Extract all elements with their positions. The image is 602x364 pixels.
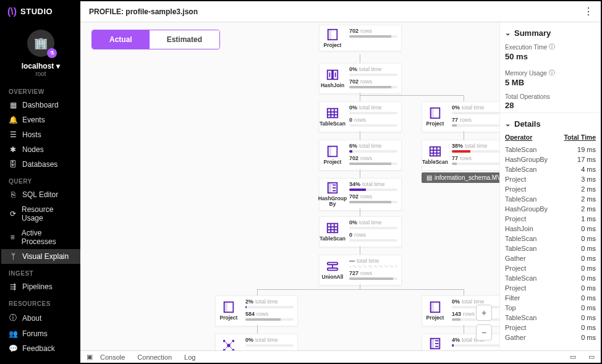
tab-estimated[interactable]: Estimated bbox=[150, 30, 219, 49]
sidebar-item-pipelines[interactable]: ⇶Pipelines bbox=[1, 279, 80, 294]
building-icon: 🏢 bbox=[34, 36, 48, 50]
more-menu-button[interactable]: ⋮ bbox=[583, 6, 593, 17]
plan-node-hashjoin[interactable]: HashJoin 0% total time 702 rows bbox=[319, 63, 402, 94]
details-row[interactable]: Top0 ms bbox=[505, 303, 596, 313]
status-icon-2[interactable]: ▭ bbox=[588, 353, 595, 361]
bottom-tab-log[interactable]: Log bbox=[184, 353, 195, 361]
svg-rect-23 bbox=[328, 263, 338, 265]
details-toggle[interactable]: ⌄ Details bbox=[505, 119, 596, 129]
bottom-bar: ▣ Console Connection Log ▭ ▭ bbox=[80, 350, 601, 363]
exec-time-value: 50 ms bbox=[505, 52, 555, 61]
details-row[interactable]: TableScan4 ms bbox=[505, 164, 596, 174]
actual-estimated-toggle: Actual Estimated bbox=[91, 30, 220, 49]
node-metrics: 6% total time 702 rows bbox=[346, 140, 401, 170]
details-row[interactable]: Project3 ms bbox=[505, 174, 596, 184]
bottom-tab-connection[interactable]: Connection bbox=[137, 353, 172, 361]
table-icon: ▤ bbox=[426, 174, 432, 181]
tab-actual[interactable]: Actual bbox=[92, 30, 150, 49]
sidebar: 🏢 ⚗ localhost▾ root OVERVIEW ▦Dashboard … bbox=[1, 22, 80, 363]
section-ingest: INGEST bbox=[1, 264, 80, 279]
terminal-icon[interactable]: ▣ bbox=[87, 353, 93, 361]
table-info-pill[interactable]: ▤ information_schema.MV… bbox=[422, 172, 499, 183]
sidebar-item-active-processes[interactable]: ≡Active Processes bbox=[1, 226, 80, 249]
zoom-out-button[interactable]: − bbox=[476, 324, 492, 341]
details-row[interactable]: Project0 ms bbox=[505, 283, 596, 293]
sidebar-item-events[interactable]: 🔔Events bbox=[1, 112, 80, 127]
svg-line-34 bbox=[230, 342, 232, 345]
explain-canvas[interactable]: Project 702 rows HashJoin 0% total time … bbox=[80, 22, 499, 363]
sidebar-item-hosts[interactable]: ☰Hosts bbox=[1, 127, 80, 142]
details-row[interactable]: TableScan2 ms bbox=[505, 194, 596, 204]
plan-node-tablescan[interactable]: TableScan 38% total time 77 rows bbox=[422, 140, 499, 171]
help-icon[interactable]: ⓘ bbox=[549, 43, 555, 51]
total-ops-label: Total Operations bbox=[505, 93, 596, 100]
logo-area: (\) STUDIO bbox=[1, 1, 80, 22]
unionall-icon: UnionAll bbox=[320, 255, 346, 285]
zoom-in-button[interactable]: + bbox=[476, 305, 492, 321]
svg-rect-6 bbox=[328, 109, 338, 118]
details-row[interactable]: Gather0 ms bbox=[505, 253, 596, 263]
svg-rect-38 bbox=[431, 302, 434, 313]
project-icon: Project bbox=[216, 296, 242, 326]
people-icon: 👥 bbox=[9, 329, 17, 338]
project-icon: Project bbox=[422, 296, 448, 326]
svg-rect-24 bbox=[328, 268, 338, 271]
details-row[interactable]: HashGroupBy17 ms bbox=[505, 154, 596, 164]
sidebar-item-sql-editor[interactable]: ⎘SQL Editor bbox=[1, 187, 80, 202]
sidebar-item-forums[interactable]: 👥Forums bbox=[1, 326, 80, 341]
dashboard-icon: ▦ bbox=[9, 101, 17, 109]
sidebar-item-dashboard[interactable]: ▦Dashboard bbox=[1, 98, 80, 112]
mem-usage-label: Memory Usageⓘ bbox=[505, 69, 555, 77]
details-row[interactable]: Gather0 ms bbox=[505, 332, 596, 342]
details-row[interactable]: HashJoin0 ms bbox=[505, 224, 596, 234]
details-row[interactable]: Project0 ms bbox=[505, 263, 596, 273]
plan-node-project[interactable]: Project 702 rows bbox=[319, 25, 402, 51]
svg-line-33 bbox=[226, 342, 228, 345]
details-row[interactable]: Project1 ms bbox=[505, 214, 596, 224]
section-overview: OVERVIEW bbox=[1, 82, 80, 98]
node-metrics: — total time 727 rows bbox=[346, 255, 401, 285]
details-row[interactable]: TableScan0 ms bbox=[505, 313, 596, 323]
node-metrics: 702 rows bbox=[346, 25, 401, 51]
plan-node-project[interactable]: Project 2% total time 584 rows bbox=[215, 295, 298, 326]
details-row[interactable]: TableScan19 ms bbox=[505, 145, 596, 154]
details-row[interactable]: HashGroupBy2 ms bbox=[505, 204, 596, 214]
sidebar-item-nodes[interactable]: ✱Nodes bbox=[1, 142, 80, 157]
details-row[interactable]: Filter0 ms bbox=[505, 293, 596, 303]
details-row[interactable]: TableScan0 ms bbox=[505, 234, 596, 243]
plan-node-hashgroupby[interactable]: HashGroupBy 34% total time 702 rows bbox=[319, 178, 402, 211]
svg-point-29 bbox=[223, 340, 226, 342]
node-metrics: 2% total time 584 rows bbox=[242, 296, 297, 326]
code-icon: ⎘ bbox=[9, 190, 17, 199]
plan-node-project[interactable]: Project 0% total time 77 rows bbox=[422, 101, 499, 132]
explain-canvas-wrap: Actual Estimated Project 702 rows HashJo… bbox=[80, 22, 499, 363]
sidebar-item-about[interactable]: ⓘAbout bbox=[1, 310, 80, 326]
details-row[interactable]: Project2 ms bbox=[505, 184, 596, 194]
details-row[interactable]: TableScan0 ms bbox=[505, 273, 596, 283]
exec-time-label: Execution Timeⓘ bbox=[505, 43, 555, 51]
plan-node-tablescan[interactable]: TableScan 0% total time 0 rows bbox=[319, 101, 402, 132]
details-row[interactable]: Project0 ms bbox=[505, 323, 596, 332]
status-icon[interactable]: ▭ bbox=[570, 353, 576, 361]
help-icon[interactable]: ⓘ bbox=[549, 69, 555, 77]
database-icon: 🗄 bbox=[9, 160, 17, 169]
node-metrics: 38% total time 77 rows bbox=[448, 140, 499, 170]
plan-node-project[interactable]: Project 6% total time 702 rows bbox=[319, 140, 402, 171]
plan-node-unionall[interactable]: UnionAll — total time 727 rows bbox=[319, 255, 402, 286]
summary-toggle[interactable]: ⌄ Summary bbox=[505, 28, 596, 38]
tablescan-icon: TableScan bbox=[320, 217, 346, 247]
plan-node-tablescan[interactable]: TableScan 0% total time 0 rows bbox=[319, 216, 402, 247]
sidebar-item-databases[interactable]: 🗄Databases bbox=[1, 157, 80, 172]
bottom-tab-console[interactable]: Console bbox=[100, 353, 125, 361]
sidebar-item-visual-explain[interactable]: ᛘVisual Explain bbox=[1, 249, 80, 264]
details-row[interactable]: TableScan0 ms bbox=[505, 243, 596, 253]
host-user: root bbox=[35, 70, 46, 77]
host-block[interactable]: 🏢 ⚗ localhost▾ root bbox=[1, 22, 80, 82]
sidebar-item-resource-usage[interactable]: ⟳Resource Usage bbox=[1, 202, 80, 226]
flask-badge-icon: ⚗ bbox=[47, 48, 57, 58]
node-metrics: 0% total time 702 rows bbox=[346, 64, 401, 93]
chevron-down-icon: ▾ bbox=[56, 62, 60, 70]
host-name[interactable]: localhost▾ bbox=[22, 62, 61, 70]
sidebar-item-feedback[interactable]: 💬Feedback bbox=[1, 341, 80, 356]
section-query: QUERY bbox=[1, 172, 80, 187]
